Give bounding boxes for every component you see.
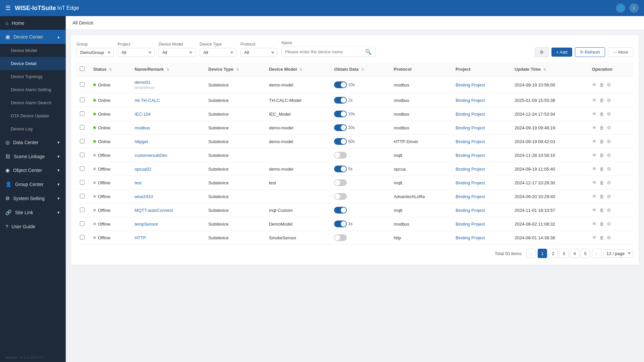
row-checkbox[interactable] (80, 125, 85, 130)
delete-icon[interactable]: 🗑 (599, 125, 604, 130)
row-checkbox[interactable] (80, 111, 85, 116)
device-name-link[interactable]: Ali-TH-CALC (135, 98, 160, 103)
globe-icon[interactable]: 🌐 (616, 3, 625, 13)
obtain-data-toggle[interactable] (334, 193, 347, 200)
page-next-button[interactable]: › (592, 249, 601, 258)
view-icon[interactable]: 👁 (592, 180, 597, 185)
device-name-link[interactable]: MQTT-autoConnect (135, 208, 173, 213)
sidebar-item-device-alarm-setting[interactable]: Device Alarm Setting (0, 83, 66, 96)
obtain-data-toggle[interactable] (334, 166, 347, 172)
delete-icon[interactable]: 🗑 (599, 221, 604, 227)
row-checkbox[interactable] (80, 235, 85, 240)
project-link[interactable]: Binding Project (455, 208, 485, 213)
project-link[interactable]: Binding Project (455, 194, 485, 199)
delete-icon[interactable]: 🗑 (599, 82, 604, 87)
sidebar-item-group-center[interactable]: 👤Group Center▼ (0, 177, 66, 191)
view-icon[interactable]: 👁 (592, 82, 597, 87)
sidebar-item-device-alarm-search[interactable]: Device Alarm Search (0, 96, 66, 109)
refresh-button[interactable]: ↻ Refresh (575, 47, 605, 57)
search-button[interactable]: 🔍 (362, 47, 375, 57)
sidebar-item-home[interactable]: ⌂Home (0, 16, 66, 30)
delete-icon[interactable]: 🗑 (599, 166, 604, 172)
sidebar-item-system-setting[interactable]: ⚙System Setting▼ (0, 191, 66, 205)
device-name-link[interactable]: test (135, 180, 142, 185)
view-icon[interactable]: 👁 (592, 235, 597, 240)
device-name-link[interactable]: modbus (135, 125, 150, 130)
sidebar-item-device-topology[interactable]: Device Topology (0, 70, 66, 83)
page-button-3[interactable]: 3 (559, 249, 569, 258)
device-name-link[interactable]: customersubDev (135, 153, 167, 158)
hamburger-icon[interactable]: ☰ (5, 4, 11, 12)
obtain-data-toggle[interactable] (334, 234, 347, 241)
edit-icon[interactable]: ⚙ (607, 98, 611, 103)
project-link[interactable]: Binding Project (455, 98, 485, 103)
delete-icon[interactable]: 🗑 (599, 194, 604, 199)
edit-icon[interactable]: ⚙ (607, 207, 611, 213)
obtain-data-toggle[interactable] (334, 81, 347, 88)
sidebar-item-user-guide[interactable]: ?User Guide (0, 220, 66, 233)
sidebar-item-device-center[interactable]: ▣Device Center▲ (0, 30, 66, 44)
sidebar-item-data-center[interactable]: ◎Data Center▼ (0, 135, 66, 149)
obtain-data-toggle[interactable] (334, 97, 347, 104)
project-link[interactable]: Binding Project (455, 222, 485, 227)
row-checkbox[interactable] (80, 194, 85, 198)
view-icon[interactable]: 👁 (592, 207, 597, 213)
sidebar-item-site-link[interactable]: 🔗Site Link▼ (0, 205, 66, 220)
row-checkbox[interactable] (80, 166, 85, 171)
edit-icon[interactable]: ⚙ (607, 166, 611, 172)
delete-icon[interactable]: 🗑 (599, 139, 604, 144)
sidebar-item-scene-linkage[interactable]: ⛓Scene Linkage▼ (0, 149, 66, 163)
page-button-1[interactable]: 1 (538, 249, 547, 258)
obtain-data-toggle[interactable] (334, 111, 347, 117)
protocol-select[interactable]: All (240, 48, 277, 57)
name-input[interactable] (282, 48, 362, 56)
edit-icon[interactable]: ⚙ (607, 139, 611, 144)
device-type-select[interactable]: All (200, 48, 236, 57)
device-name-link[interactable]: wise2410 (135, 194, 153, 199)
view-icon[interactable]: 👁 (592, 194, 597, 199)
sidebar-item-device-model[interactable]: Device Model (0, 44, 66, 57)
sidebar-item-object-center[interactable]: ◉Object Center▼ (0, 163, 66, 177)
add-button[interactable]: + Add (551, 48, 572, 57)
delete-icon[interactable]: 🗑 (599, 207, 604, 213)
obtain-data-toggle[interactable] (334, 138, 347, 145)
row-checkbox[interactable] (80, 180, 85, 185)
obtain-data-toggle[interactable] (334, 152, 347, 159)
view-icon[interactable]: 👁 (592, 98, 597, 103)
project-link[interactable]: Binding Project (455, 125, 485, 130)
select-all-checkbox[interactable] (80, 66, 85, 71)
row-checkbox[interactable] (80, 207, 85, 212)
user-icon[interactable]: i (629, 3, 639, 13)
device-name-link[interactable]: demo01 (135, 80, 150, 85)
more-button[interactable]: ⋯ More (608, 47, 633, 57)
delete-icon[interactable]: 🗑 (599, 153, 604, 158)
edit-icon[interactable]: ⚙ (607, 125, 611, 130)
view-icon[interactable]: 👁 (592, 139, 597, 144)
sidebar-item-device-detail[interactable]: Device Detail (0, 57, 66, 70)
edit-icon[interactable]: ⚙ (607, 153, 611, 158)
view-icon[interactable]: 👁 (592, 221, 597, 227)
edit-icon[interactable]: ⚙ (607, 82, 611, 87)
edit-icon[interactable]: ⚙ (607, 221, 611, 227)
page-prev-button[interactable]: ‹ (526, 249, 536, 258)
delete-icon[interactable]: 🗑 (599, 235, 604, 240)
project-link[interactable]: Binding Project (455, 112, 485, 117)
edit-icon[interactable]: ⚙ (607, 235, 611, 240)
project-link[interactable]: Binding Project (455, 167, 485, 172)
delete-icon[interactable]: 🗑 (599, 98, 604, 103)
project-link[interactable]: Binding Project (455, 139, 485, 144)
obtain-data-toggle[interactable] (334, 124, 347, 131)
project-link[interactable]: Binding Project (455, 180, 485, 185)
page-button-2[interactable]: 2 (548, 249, 558, 258)
view-icon[interactable]: 👁 (592, 166, 597, 172)
row-checkbox[interactable] (80, 221, 85, 226)
row-checkbox[interactable] (80, 153, 85, 157)
view-icon[interactable]: 👁 (592, 111, 597, 117)
view-icon[interactable]: 👁 (592, 125, 597, 130)
device-name-link[interactable]: HTTP (135, 235, 146, 240)
obtain-data-toggle[interactable] (334, 207, 347, 214)
device-name-link[interactable]: IEC-104 (135, 112, 151, 117)
obtain-data-toggle[interactable] (334, 179, 347, 186)
edit-icon[interactable]: ⚙ (607, 194, 611, 199)
row-checkbox[interactable] (80, 82, 85, 87)
